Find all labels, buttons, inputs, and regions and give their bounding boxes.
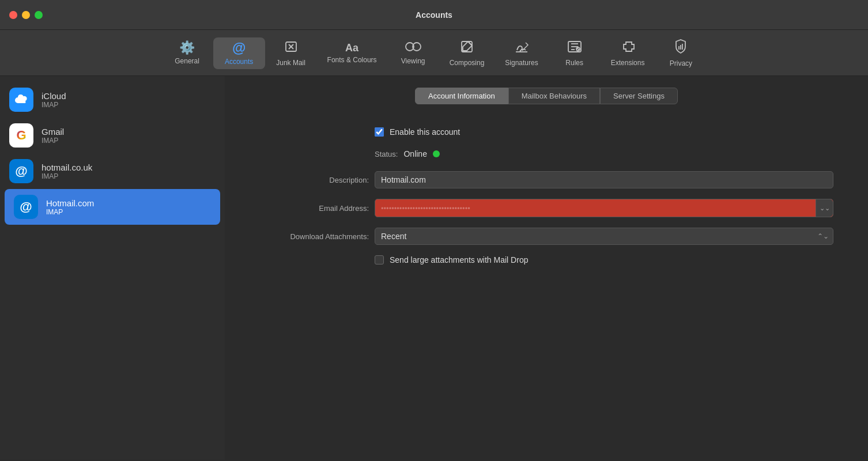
download-attachments-select[interactable]: All Recent None	[375, 228, 833, 245]
sidebar-item-hotmail-com[interactable]: @ Hotmail.com IMAP	[5, 189, 220, 225]
junk-mail-icon	[284, 40, 298, 56]
hotmail-couk-icon: @	[9, 159, 33, 183]
toolbar-label-fonts-colours: Fonts & Colours	[327, 56, 377, 64]
download-attachments-row: Download Attachments: All Recent None ⌃⌄	[259, 228, 833, 245]
traffic-lights	[9, 11, 43, 19]
rules-icon	[567, 40, 582, 56]
viewing-icon	[405, 41, 421, 54]
toolbar-item-signatures[interactable]: Signatures	[495, 36, 548, 70]
hotmailcom-icon: @	[14, 195, 38, 219]
description-row: Description:	[259, 171, 833, 188]
status-label: Status:	[375, 150, 398, 158]
hotmail-couk-account-type: IMAP	[41, 172, 92, 180]
toolbar-label-signatures: Signatures	[505, 59, 538, 67]
gmail-account-type: IMAP	[41, 137, 64, 145]
toolbar-item-general[interactable]: ⚙️ General	[161, 38, 213, 69]
icloud-account-info: iCloud IMAP	[41, 91, 66, 109]
gear-icon: ⚙️	[179, 41, 195, 54]
tab-bar: Account Information Mailbox Behaviours S…	[242, 88, 851, 104]
at-icon: @	[232, 41, 246, 55]
gmail-icon: G	[9, 123, 33, 148]
sidebar-item-gmail[interactable]: G Gmail IMAP	[0, 118, 225, 153]
status-value: Online	[403, 149, 427, 158]
toolbar-item-viewing[interactable]: Viewing	[387, 38, 439, 69]
toolbar: ⚙️ General @ Accounts Junk Mail Aa Fonts…	[0, 30, 868, 76]
window-title: Accounts	[416, 10, 452, 20]
mail-drop-label: Send large attachments with Mail Drop	[390, 255, 528, 264]
hotmail-couk-account-info: hotmail.co.uk IMAP	[41, 163, 92, 180]
tab-account-information[interactable]: Account Information	[415, 88, 508, 104]
privacy-icon	[674, 39, 687, 56]
description-input[interactable]	[375, 171, 833, 188]
toolbar-label-junk-mail: Junk Mail	[276, 59, 305, 67]
email-address-row: Email Address: •••••••••••••••••••••••••…	[259, 199, 833, 217]
download-attachments-select-wrapper: All Recent None ⌃⌄	[375, 228, 833, 245]
icloud-account-type: IMAP	[41, 101, 66, 109]
toolbar-item-fonts-colours[interactable]: Aa Fonts & Colours	[317, 39, 387, 67]
accounts-sidebar: iCloud IMAP G Gmail IMAP @ hotmail.co.uk…	[0, 76, 225, 460]
toolbar-item-privacy[interactable]: Privacy	[655, 36, 707, 71]
email-dropdown-arrow: ⌄⌄	[816, 199, 833, 217]
toolbar-item-composing[interactable]: Composing	[439, 36, 495, 70]
toolbar-label-viewing: Viewing	[401, 57, 425, 65]
gmail-account-info: Gmail IMAP	[41, 127, 64, 145]
minimize-button[interactable]	[22, 11, 30, 19]
icloud-icon	[9, 88, 33, 112]
account-form: Enable this account Status: Online Descr…	[242, 122, 851, 270]
toolbar-item-extensions[interactable]: Extensions	[601, 36, 655, 70]
hotmailcom-account-name: Hotmail.com	[46, 198, 94, 208]
email-address-field[interactable]: •••••••••••••••••••••••••••••••••• ⌄⌄	[375, 199, 833, 217]
icloud-account-name: iCloud	[41, 91, 66, 101]
hotmailcom-account-info: Hotmail.com IMAP	[46, 198, 94, 216]
sidebar-item-icloud[interactable]: iCloud IMAP	[0, 82, 225, 118]
fonts-icon: Aa	[345, 43, 358, 53]
mail-drop-row: Send large attachments with Mail Drop	[259, 255, 833, 264]
toolbar-label-privacy: Privacy	[670, 59, 692, 67]
tab-mailbox-behaviours[interactable]: Mailbox Behaviours	[508, 88, 600, 104]
toolbar-item-junk-mail[interactable]: Junk Mail	[265, 36, 317, 70]
enable-account-row: Enable this account	[259, 127, 833, 137]
main-content: iCloud IMAP G Gmail IMAP @ hotmail.co.uk…	[0, 76, 868, 460]
signatures-icon	[514, 40, 529, 56]
email-address-label: Email Address:	[259, 204, 369, 213]
enable-account-label: Enable this account	[390, 127, 460, 137]
sidebar-item-hotmail-co-uk[interactable]: @ hotmail.co.uk IMAP	[0, 153, 225, 189]
extensions-icon	[620, 40, 635, 56]
gmail-account-name: Gmail	[41, 127, 64, 137]
hotmailcom-account-type: IMAP	[46, 208, 94, 216]
download-attachments-label: Download Attachments:	[259, 232, 369, 241]
toolbar-label-composing: Composing	[450, 59, 485, 67]
toolbar-label-accounts: Accounts	[225, 58, 253, 66]
title-bar: Accounts	[0, 0, 868, 30]
status-row: Status: Online	[259, 149, 833, 158]
detail-panel: Account Information Mailbox Behaviours S…	[225, 76, 868, 460]
toolbar-label-extensions: Extensions	[611, 59, 645, 67]
status-dot	[433, 150, 440, 157]
composing-icon	[460, 40, 474, 56]
tab-server-settings[interactable]: Server Settings	[600, 88, 678, 104]
toolbar-label-rules: Rules	[565, 59, 583, 67]
close-button[interactable]	[9, 11, 17, 19]
enable-account-checkbox[interactable]	[375, 127, 384, 137]
hotmail-couk-account-name: hotmail.co.uk	[41, 163, 92, 172]
mail-drop-checkbox[interactable]	[375, 255, 384, 264]
toolbar-item-accounts[interactable]: @ Accounts	[213, 37, 265, 69]
toolbar-item-rules[interactable]: Rules	[549, 36, 601, 70]
description-label: Description:	[259, 176, 369, 184]
maximize-button[interactable]	[35, 11, 43, 19]
toolbar-label-general: General	[175, 57, 199, 65]
